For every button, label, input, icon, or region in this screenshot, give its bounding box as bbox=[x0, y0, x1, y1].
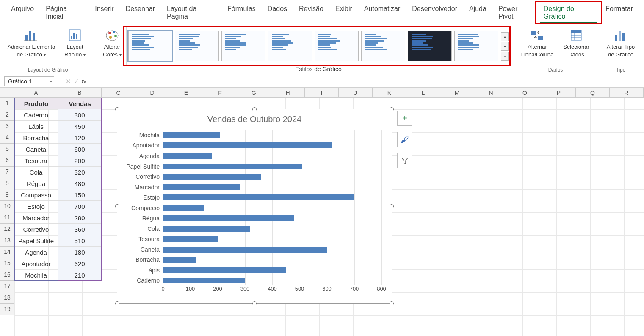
cell-B11[interactable]: 280 bbox=[58, 212, 102, 224]
column-header-L[interactable]: L bbox=[406, 88, 440, 98]
switch-row-column-button[interactable]: Alternar Linha/Coluna bbox=[518, 27, 556, 58]
chart-plot-area[interactable]: MochilaApontadorAgendaPapel SulfiteCorre… bbox=[163, 130, 381, 285]
cell-A12[interactable]: Corretivo bbox=[14, 224, 58, 235]
row-header-9[interactable]: 9 bbox=[0, 189, 14, 201]
chart-resize-handle[interactable] bbox=[252, 107, 257, 111]
tab-p-gina-inicial[interactable]: Página Inicial bbox=[40, 3, 89, 24]
cell-B16[interactable]: 210 bbox=[58, 269, 102, 281]
change-colors-button[interactable]: Alterar Cores ▾ bbox=[100, 27, 124, 58]
tab-power-pivot[interactable]: Power Pivot bbox=[492, 3, 538, 24]
column-header-R[interactable]: R bbox=[610, 88, 644, 98]
cell-A10[interactable]: Estojo bbox=[14, 201, 58, 212]
chart-bar[interactable] bbox=[163, 278, 245, 283]
cell-A9[interactable]: Compasso bbox=[14, 189, 58, 201]
chart-resize-handle[interactable] bbox=[390, 301, 394, 305]
column-header-O[interactable]: O bbox=[508, 88, 542, 98]
tab-revis-o[interactable]: Revisão bbox=[293, 3, 329, 24]
row-header-10[interactable]: 10 bbox=[0, 201, 14, 212]
cell-B8[interactable]: 480 bbox=[58, 178, 102, 189]
chart-resize-handle[interactable] bbox=[390, 107, 394, 111]
cell-A11[interactable]: Marcador bbox=[14, 212, 58, 224]
gallery-more-button[interactable]: ▿ bbox=[501, 52, 509, 61]
cell-B13[interactable]: 510 bbox=[58, 235, 102, 247]
gallery-scroll-up[interactable]: ▴ bbox=[501, 32, 509, 41]
grid[interactable]: ProdutoVendasCaderno300Lápis450Borracha1… bbox=[14, 98, 644, 336]
column-header-E[interactable]: E bbox=[169, 88, 203, 98]
tab-dados[interactable]: Dados bbox=[262, 3, 293, 24]
chart-styles-button[interactable]: 🖌 bbox=[397, 132, 412, 147]
cell-A15[interactable]: Apontador bbox=[14, 258, 58, 269]
chart-bar[interactable] bbox=[163, 226, 250, 232]
row-header-15[interactable]: 15 bbox=[0, 258, 14, 269]
tab-ajuda[interactable]: Ajuda bbox=[463, 3, 492, 24]
chart-style-thumb-1[interactable] bbox=[128, 31, 172, 61]
chart-style-thumb-4[interactable] bbox=[268, 31, 312, 61]
cell-B4[interactable]: 120 bbox=[58, 132, 102, 144]
cell-A2[interactable]: Caderno bbox=[14, 109, 58, 121]
formula-input[interactable] bbox=[90, 76, 644, 86]
row-header-12[interactable]: 12 bbox=[0, 224, 14, 235]
row-header-17[interactable]: 17 bbox=[0, 281, 14, 292]
row-header-13[interactable]: 13 bbox=[0, 235, 14, 247]
row-header-18[interactable]: 18 bbox=[0, 292, 14, 304]
column-header-D[interactable]: D bbox=[135, 88, 169, 98]
cell-A16[interactable]: Mochila bbox=[14, 269, 58, 281]
row-header-11[interactable]: 11 bbox=[0, 212, 14, 224]
row-header-8[interactable]: 8 bbox=[0, 178, 14, 189]
column-header-J[interactable]: J bbox=[339, 88, 373, 98]
chart-bar[interactable] bbox=[163, 267, 286, 273]
cell-B10[interactable]: 700 bbox=[58, 201, 102, 212]
chart-bar[interactable] bbox=[163, 257, 196, 263]
tab-formatar[interactable]: Formatar bbox=[600, 3, 639, 24]
row-header-6[interactable]: 6 bbox=[0, 155, 14, 167]
chart-elements-button[interactable]: + bbox=[397, 111, 412, 126]
tab-design-do-gr-fico[interactable]: Design do Gráfico bbox=[538, 3, 600, 24]
column-header-Q[interactable]: Q bbox=[576, 88, 610, 98]
cell-A8[interactable]: Régua bbox=[14, 178, 58, 189]
select-all-corner[interactable] bbox=[0, 88, 14, 98]
chart-bar[interactable] bbox=[163, 194, 354, 200]
tab-exibir[interactable]: Exibir bbox=[329, 3, 358, 24]
column-header-K[interactable]: K bbox=[373, 88, 406, 98]
chart-style-thumb-7[interactable] bbox=[408, 31, 452, 61]
chart-filters-button[interactable] bbox=[397, 153, 412, 168]
chart-bar[interactable] bbox=[163, 153, 212, 159]
chart-bar[interactable] bbox=[163, 184, 240, 190]
cell-A7[interactable]: Cola bbox=[14, 167, 58, 178]
column-header-B[interactable]: B bbox=[58, 88, 102, 98]
fx-icon[interactable]: fx bbox=[82, 78, 86, 85]
column-header-H[interactable]: H bbox=[271, 88, 305, 98]
column-header-G[interactable]: G bbox=[237, 88, 271, 98]
chevron-down-icon[interactable]: ▾ bbox=[50, 79, 52, 83]
chart-resize-handle[interactable] bbox=[115, 107, 119, 111]
chart-object[interactable]: Vendas de Outubro 2024 MochilaApontadorA… bbox=[117, 109, 392, 304]
chart-bar[interactable] bbox=[163, 236, 218, 242]
row-header-2[interactable]: 2 bbox=[0, 109, 14, 121]
row-header-4[interactable]: 4 bbox=[0, 132, 14, 144]
chart-bar[interactable] bbox=[163, 174, 261, 180]
cell-B9[interactable]: 150 bbox=[58, 189, 102, 201]
column-header-I[interactable]: I bbox=[305, 88, 339, 98]
row-header-5[interactable]: 5 bbox=[0, 144, 14, 155]
chart-bar[interactable] bbox=[163, 132, 220, 138]
chart-resize-handle[interactable] bbox=[390, 204, 394, 208]
chart-style-thumb-2[interactable] bbox=[175, 31, 219, 61]
column-header-C[interactable]: C bbox=[102, 88, 135, 98]
row-header-16[interactable]: 16 bbox=[0, 269, 14, 281]
chart-resize-handle[interactable] bbox=[252, 301, 257, 305]
column-header-F[interactable]: F bbox=[203, 88, 237, 98]
column-header-N[interactable]: N bbox=[474, 88, 508, 98]
cell-A6[interactable]: Tesoura bbox=[14, 155, 58, 167]
cell-B1[interactable]: Vendas bbox=[58, 98, 102, 109]
row-header-1[interactable]: 1 bbox=[0, 98, 14, 109]
row-header-7[interactable]: 7 bbox=[0, 167, 14, 178]
tab-f-rmulas[interactable]: Fórmulas bbox=[221, 3, 262, 24]
cell-A4[interactable]: Borracha bbox=[14, 132, 58, 144]
column-header-M[interactable]: M bbox=[440, 88, 474, 98]
chart-style-thumb-5[interactable] bbox=[315, 31, 359, 61]
tab-desenhar[interactable]: Desenhar bbox=[120, 3, 161, 24]
chart-bar[interactable] bbox=[163, 142, 332, 148]
cell-B6[interactable]: 200 bbox=[58, 155, 102, 167]
change-chart-type-button[interactable]: Alterar Tipo de Gráfico bbox=[603, 27, 638, 58]
chart-bar[interactable] bbox=[163, 215, 294, 221]
